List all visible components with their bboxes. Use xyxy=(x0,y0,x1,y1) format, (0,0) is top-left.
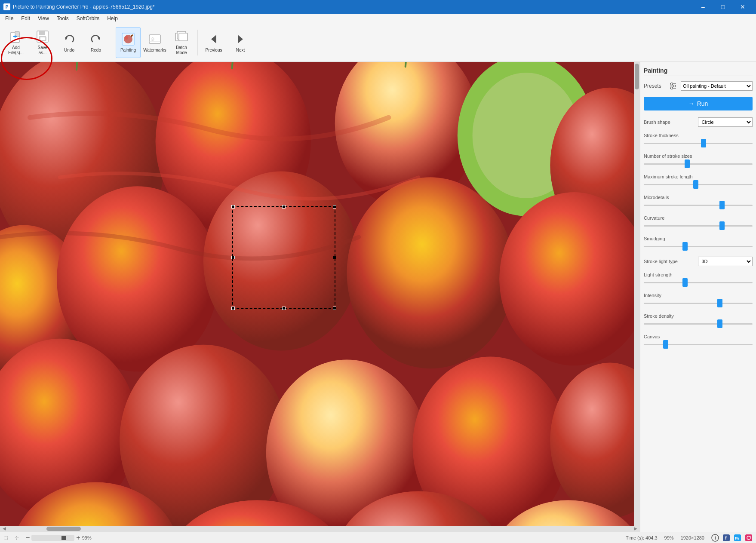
light-strength-slider[interactable] xyxy=(644,278,753,287)
hscroll-thumb[interactable] xyxy=(46,527,81,531)
watermarks-button[interactable]: © Watermarks xyxy=(142,27,167,58)
intensity-thumb[interactable] xyxy=(717,299,722,307)
close-button[interactable]: ✕ xyxy=(733,0,753,14)
svg-point-61 xyxy=(750,536,751,537)
share-icon-2[interactable]: tw xyxy=(734,534,741,542)
painting-button[interactable]: Painting xyxy=(116,27,141,58)
canvas-slider[interactable] xyxy=(644,340,753,349)
microdetails-thumb[interactable] xyxy=(719,201,725,209)
canvas-row: Canvas xyxy=(644,334,753,349)
next-button[interactable]: Next xyxy=(228,27,253,58)
menu-help[interactable]: Help xyxy=(104,15,121,22)
run-label: Run xyxy=(697,100,708,107)
menu-softorbits[interactable]: SoftOrbits xyxy=(73,15,103,22)
selection-handle-lm[interactable] xyxy=(231,256,235,259)
scroll-right-arrow[interactable] xyxy=(632,527,639,531)
selection-handle-br[interactable] xyxy=(333,307,336,310)
stroke-thickness-slider[interactable] xyxy=(644,139,753,147)
toolbar: AddFile(s)... Saveas... xyxy=(0,23,756,62)
zoom-controls: − + 99% xyxy=(26,534,92,541)
max-stroke-length-thumb[interactable] xyxy=(693,180,698,189)
svg-point-50 xyxy=(671,83,673,85)
selection-rectangle[interactable] xyxy=(232,206,335,309)
menu-view[interactable]: View xyxy=(34,15,52,22)
selection-handle-tm[interactable] xyxy=(282,205,286,209)
save-icon xyxy=(36,30,49,43)
panel-title: Painting xyxy=(644,65,753,76)
brush-shape-dropdown[interactable]: Circle Square Triangle xyxy=(698,117,753,127)
zoom-thumb[interactable] xyxy=(61,536,66,540)
save-as-button[interactable]: Saveas... xyxy=(30,27,55,58)
undo-label: Undo xyxy=(64,48,74,52)
window-title: Picture to Painting Converter Pro - appl… xyxy=(13,4,155,10)
undo-button[interactable]: Undo xyxy=(57,27,82,58)
previous-label: Previous xyxy=(206,48,222,52)
smudging-thumb[interactable] xyxy=(682,242,688,251)
share-icon-3[interactable] xyxy=(745,534,753,542)
selection-handle-rm[interactable] xyxy=(333,256,336,259)
zoom-plus-button[interactable]: + xyxy=(76,534,80,541)
svg-text:f: f xyxy=(725,535,727,540)
vertical-scrollbar[interactable] xyxy=(634,62,640,526)
add-files-button[interactable]: AddFile(s)... xyxy=(3,27,28,58)
svg-text:tw: tw xyxy=(735,536,740,540)
maximize-button[interactable]: □ xyxy=(713,0,733,14)
stroke-density-row: Stroke density xyxy=(644,313,753,328)
microdetails-slider[interactable] xyxy=(644,201,753,209)
scroll-left-arrow[interactable] xyxy=(1,527,8,531)
selection-handle-bm[interactable] xyxy=(282,307,286,310)
intensity-slider[interactable] xyxy=(644,299,753,307)
zoom-minus-button[interactable]: − xyxy=(26,534,30,541)
brush-shape-label: Brush shape xyxy=(644,120,695,125)
preset-dropdown[interactable]: Oil painting - Default Watercolor Sketch xyxy=(681,81,753,91)
stroke-density-label: Stroke density xyxy=(644,313,753,319)
num-stroke-sizes-row: Number of stroke sizes xyxy=(644,153,753,168)
curvature-slider[interactable] xyxy=(644,221,753,230)
selection-handle-tr[interactable] xyxy=(333,205,336,209)
run-button[interactable]: → Run xyxy=(644,97,753,110)
menu-file[interactable]: File xyxy=(2,15,17,22)
batch-mode-button[interactable]: BatchMode xyxy=(169,27,194,58)
painting-label: Painting xyxy=(120,48,136,52)
stroke-density-thumb[interactable] xyxy=(717,319,722,328)
num-stroke-sizes-slider[interactable] xyxy=(644,160,753,168)
svg-point-51 xyxy=(673,85,676,87)
watermarks-icon: © xyxy=(148,32,162,46)
main-area: Painting Presets Oil painting - Default xyxy=(0,62,756,532)
menu-tools[interactable]: Tools xyxy=(53,15,72,22)
svg-rect-18 xyxy=(179,33,187,41)
num-stroke-sizes-thumb[interactable] xyxy=(685,160,690,168)
max-stroke-length-slider[interactable] xyxy=(644,180,753,189)
svg-marker-46 xyxy=(634,527,637,531)
selection-handle-tl[interactable] xyxy=(231,205,235,209)
horizontal-scrollbar[interactable] xyxy=(0,526,640,532)
stroke-thickness-thumb[interactable] xyxy=(701,139,706,147)
microdetails-row: Microdetails xyxy=(644,195,753,209)
preset-settings-icon[interactable] xyxy=(669,82,677,90)
canvas-area[interactable] xyxy=(0,62,634,526)
status-icon-select: ⬚ xyxy=(3,535,8,540)
vscroll-thumb[interactable] xyxy=(635,64,639,89)
previous-button[interactable]: Previous xyxy=(201,27,226,58)
curvature-row: Curvature xyxy=(644,215,753,230)
status-social-icons: i f tw xyxy=(711,534,753,542)
svg-rect-59 xyxy=(745,534,752,541)
menu-edit[interactable]: Edit xyxy=(18,15,34,22)
redo-button[interactable]: Redo xyxy=(83,27,108,58)
selection-handle-bl[interactable] xyxy=(231,307,235,310)
intensity-label: Intensity xyxy=(644,293,753,298)
max-stroke-length-label: Maximum stroke length xyxy=(644,174,753,179)
svg-text:i: i xyxy=(715,536,716,540)
stroke-density-slider[interactable] xyxy=(644,319,753,328)
smudging-slider[interactable] xyxy=(644,242,753,251)
resolution-status: 1920×1280 xyxy=(681,535,704,540)
info-icon[interactable]: i xyxy=(711,534,719,542)
curvature-thumb[interactable] xyxy=(719,221,725,230)
batch-mode-label: BatchMode xyxy=(176,45,187,55)
stroke-light-type-dropdown[interactable]: 3D Flat None xyxy=(698,257,753,266)
light-strength-thumb[interactable] xyxy=(682,278,688,287)
minimize-button[interactable]: – xyxy=(693,0,713,14)
share-icon-1[interactable]: f xyxy=(722,534,730,542)
canvas-thumb[interactable] xyxy=(663,340,668,349)
redo-label: Redo xyxy=(91,48,101,52)
